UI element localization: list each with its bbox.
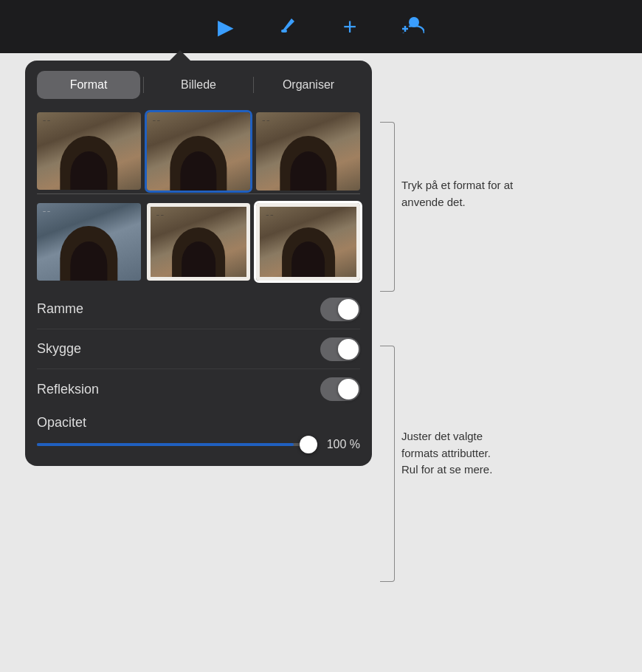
annotation-text-1: Tryk på et format for at anvende det. [401,177,549,210]
skygge-toggle-knob [338,339,359,360]
toggle-section: Ramme Skygge Refleksion [25,289,372,409]
opacity-slider-row: 100 % [37,438,360,451]
style-cell-1[interactable]: ~ ~ [37,112,141,191]
tab-billede[interactable]: Billede [147,71,250,99]
ramme-toggle[interactable] [320,298,360,321]
tab-organiser[interactable]: Organiser [257,71,360,99]
ramme-label: Ramme [37,301,83,317]
toggle-row-refleksion: Refleksion [37,369,360,409]
style-cell-3[interactable]: ~ ~ [256,112,360,191]
annotation-bracket-1 [380,122,395,292]
skygge-toggle[interactable] [320,337,360,361]
toolbar: ▶ + [0,0,642,53]
brush-icon[interactable] [278,14,299,40]
refleksion-toggle[interactable] [320,377,360,401]
toggle-row-ramme: Ramme [37,289,360,329]
opacity-slider-track[interactable] [37,443,316,446]
opacity-section: Opacitet 100 % [25,409,372,451]
image-grid-row2: ~ ~ ~ ~ ~ ~ [25,200,372,290]
refleksion-toggle-knob [338,379,359,400]
tab-divider-1 [143,77,144,93]
tab-format[interactable]: Format [37,71,140,99]
toggle-row-skygge: Skygge [37,329,360,369]
tab-divider-2 [253,77,254,93]
skygge-label: Skygge [37,341,81,357]
play-icon[interactable]: ▶ [218,15,234,39]
ramme-toggle-knob [338,299,359,320]
annotation-text-2: Juster det valgte formats attributter. R… [401,428,564,479]
opacity-value: 100 % [325,438,360,451]
opacity-slider-thumb[interactable] [300,436,317,453]
grid-row-separator [37,193,360,194]
add-icon[interactable]: + [343,13,357,41]
panel-caret [170,50,190,61]
tab-bar: Format Billede Organiser [25,61,372,106]
style-cell-4[interactable]: ~ ~ [37,203,141,281]
annotation-bracket-2 [380,346,395,582]
opacity-label: Opacitet [37,415,360,431]
svg-rect-0 [281,30,287,32]
style-cell-5[interactable]: ~ ~ [147,203,251,281]
style-cell-6[interactable]: ~ ~ [256,203,360,281]
style-cell-2[interactable]: ~ ~ [147,112,251,191]
opacity-slider-fill [37,443,294,446]
image-grid: ~ ~ ~ ~ ~ ~ [25,106,372,193]
refleksion-label: Refleksion [37,382,99,397]
format-panel: Format Billede Organiser ~ ~ ~ ~ [25,61,372,466]
person-add-icon[interactable] [401,13,424,41]
